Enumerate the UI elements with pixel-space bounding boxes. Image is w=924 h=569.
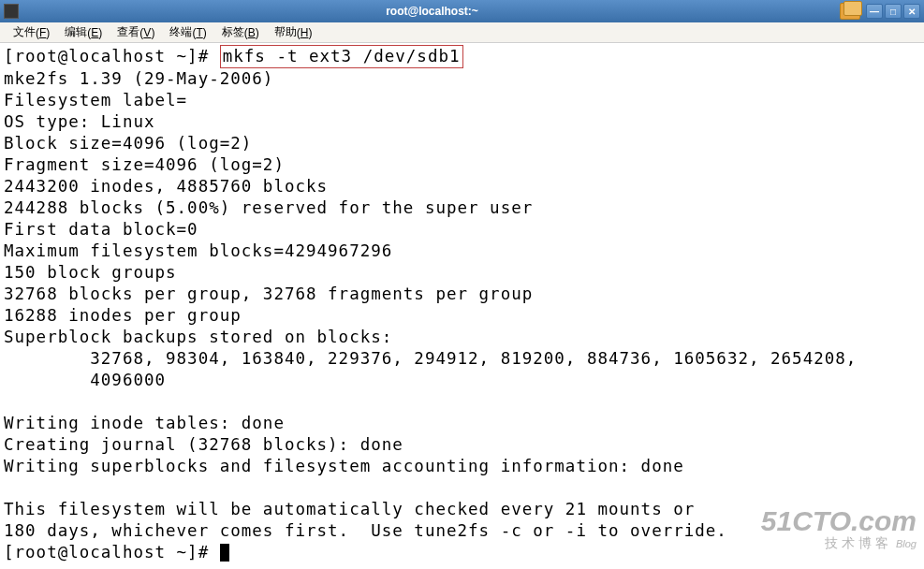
terminal[interactable]: [root@localhost ~]# mkfs -t ext3 /dev/sd… bbox=[0, 43, 924, 569]
terminal-output-line: Superblock backups stored on blocks: bbox=[4, 328, 392, 346]
minimize-button[interactable]: — bbox=[866, 4, 883, 19]
terminal-output-line: 244288 blocks (5.00%) reserved for the s… bbox=[4, 198, 533, 217]
terminal-output-line: 16288 inodes per group bbox=[4, 306, 242, 325]
terminal-output-line: mke2fs 1.39 (29-May-2006) bbox=[4, 69, 273, 88]
terminal-output-line: First data block=0 bbox=[4, 220, 198, 239]
close-button[interactable]: ✕ bbox=[903, 4, 920, 19]
terminal-output-line: 32768, 98304, 163840, 229376, 294912, 81… bbox=[4, 349, 857, 368]
terminal-output-line: Block size=4096 (log=2) bbox=[4, 134, 252, 153]
terminal-output-line: 32768 blocks per group, 32768 fragments … bbox=[4, 284, 533, 303]
window-title: root@localhost:~ bbox=[24, 5, 840, 18]
terminal-output-line: Writing superblocks and filesystem accou… bbox=[4, 457, 684, 475]
menu-help[interactable]: 帮助(H) bbox=[267, 22, 320, 42]
titlebar: root@localhost:~ — □ ✕ bbox=[0, 0, 924, 22]
background-window-icon bbox=[840, 3, 860, 20]
menu-view[interactable]: 查看(V) bbox=[110, 22, 162, 42]
cursor bbox=[220, 544, 229, 562]
terminal-output-line: Writing inode tables: done bbox=[4, 414, 285, 432]
terminal-output-line: Maximum filesystem blocks=4294967296 bbox=[4, 241, 392, 260]
menu-terminal[interactable]: 终端(T) bbox=[162, 22, 213, 42]
terminal-output-line: 180 days, whichever comes first. Use tun… bbox=[4, 521, 727, 540]
terminal-output-line: This filesystem will be automatically ch… bbox=[4, 500, 695, 518]
terminal-output-line: Filesystem label= bbox=[4, 91, 187, 109]
terminal-output-line: 2443200 inodes, 4885760 blocks bbox=[4, 177, 328, 196]
terminal-output-line: 150 block groups bbox=[4, 263, 177, 282]
maximize-button[interactable]: □ bbox=[885, 4, 902, 19]
highlighted-command: mkfs -t ext3 /dev/sdb1 bbox=[220, 45, 463, 68]
menu-tabs[interactable]: 标签(B) bbox=[214, 22, 267, 42]
prompt: [root@localhost ~]# bbox=[4, 47, 220, 66]
terminal-output-line: OS type: Linux bbox=[4, 112, 155, 131]
window-controls: — □ ✕ bbox=[866, 4, 920, 19]
prompt: [root@localhost ~]# bbox=[4, 543, 220, 562]
menu-edit[interactable]: 编辑(E) bbox=[57, 22, 110, 42]
terminal-output-line: Creating journal (32768 blocks): done bbox=[4, 435, 403, 454]
menubar: 文件(F) 编辑(E) 查看(V) 终端(T) 标签(B) 帮助(H) bbox=[0, 22, 924, 43]
menu-file[interactable]: 文件(F) bbox=[6, 22, 57, 42]
terminal-output-line: Fragment size=4096 (log=2) bbox=[4, 155, 285, 174]
terminal-output-line: 4096000 bbox=[4, 371, 166, 389]
terminal-app-icon bbox=[4, 4, 19, 19]
